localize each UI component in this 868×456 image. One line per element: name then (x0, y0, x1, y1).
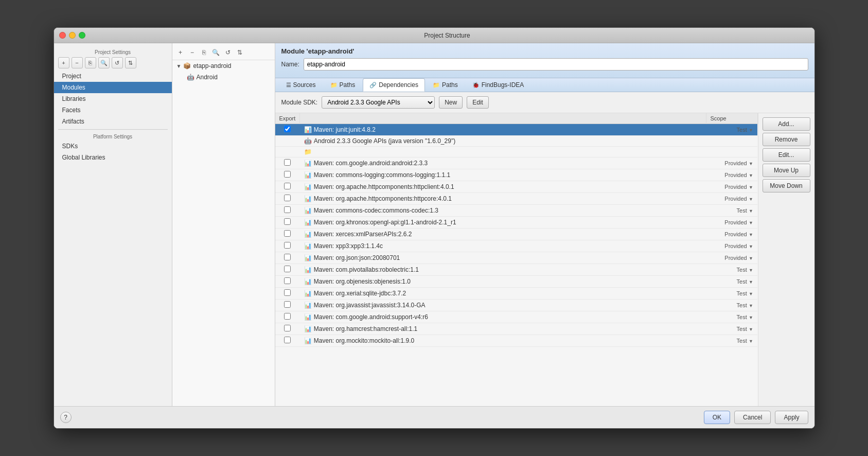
export-checkbox[interactable] (284, 218, 291, 225)
maximize-button[interactable] (79, 32, 85, 39)
remove-dependency-button[interactable]: Remove (763, 133, 810, 146)
dep-name-text: Maven: org.javassist:javassist:3.14.0-GA (314, 302, 426, 309)
tab-paths2-label: Paths (442, 81, 458, 89)
tree-child-android[interactable]: 🤖 Android (172, 72, 275, 83)
scope-dropdown-arrow[interactable]: ▼ (749, 339, 753, 344)
sync-icon[interactable]: ⇅ (125, 57, 136, 68)
export-checkbox[interactable] (284, 171, 291, 178)
scope-dropdown-arrow[interactable]: ▼ (749, 232, 753, 237)
scope-dropdown-arrow[interactable]: ▼ (749, 197, 753, 202)
table-row: 📊Maven: org.json:json:20080701 Provided … (275, 252, 758, 264)
scope-dropdown-arrow[interactable]: ▼ (749, 279, 753, 285)
tab-paths2[interactable]: 📁 Paths (426, 78, 465, 92)
sidebar-item-global-libraries[interactable]: Global Libraries (54, 152, 172, 163)
dep-name-cell: 📊Maven: org.mockito:mockito-all:1.9.0 (300, 335, 706, 347)
scope-dropdown-arrow[interactable]: ▼ (749, 128, 753, 133)
export-checkbox[interactable] (284, 254, 291, 260)
scope-dropdown-arrow[interactable]: ▼ (749, 220, 753, 225)
scope-dropdown-arrow[interactable]: ▼ (749, 327, 753, 332)
scope-dropdown-arrow[interactable]: ▼ (749, 185, 753, 190)
dep-name-cell: 📊Maven: com.google.android:support-v4:r6 (300, 311, 706, 323)
sidebar-item-facets[interactable]: Facets (54, 104, 172, 116)
apply-button[interactable]: Apply (775, 411, 808, 424)
sdk-new-button[interactable]: New (439, 96, 463, 109)
scope-badge: Provided (724, 231, 747, 237)
dep-name-text: Maven: com.pivotallabs:robolectric:1.1 (314, 266, 419, 273)
tree-search-btn[interactable]: 🔍 (211, 47, 221, 58)
scope-dropdown-arrow[interactable]: ▼ (749, 291, 753, 296)
tree-sync-btn[interactable]: ⇅ (235, 47, 245, 58)
th-scope: Scope (706, 113, 757, 124)
scope-badge: Test (737, 314, 747, 320)
scope-badge: Provided (724, 243, 747, 249)
sdk-select[interactable]: Android 2.3.3 Google APIs (322, 96, 435, 109)
sdk-row: Module SDK: Android 2.3.3 Google APIs Ne… (275, 92, 814, 113)
add-icon[interactable]: + (58, 57, 69, 68)
scope-dropdown-arrow[interactable]: ▼ (749, 208, 753, 214)
export-checkbox[interactable] (284, 183, 291, 189)
export-checkbox[interactable] (284, 325, 291, 331)
scope-cell: Provided ▼ (706, 252, 757, 264)
export-checkbox[interactable] (284, 195, 291, 201)
table-row: 📊Maven: com.pivotallabs:robolectric:1.1 … (275, 264, 758, 276)
tab-findbugs[interactable]: 🐞 FindBugs-IDEA (466, 78, 531, 92)
dep-name-text: Maven: junit:junit:4.8.2 (314, 126, 376, 133)
sidebar-item-sdks[interactable]: SDKs (54, 141, 172, 152)
copy-icon[interactable]: ⎘ (85, 57, 96, 68)
help-button[interactable]: ? (60, 412, 72, 423)
scope-dropdown-arrow[interactable]: ▼ (749, 244, 753, 249)
tree-copy-btn[interactable]: ⎘ (199, 47, 209, 58)
sdk-edit-button[interactable]: Edit (467, 96, 489, 109)
edit-dependency-button[interactable]: Edit... (763, 148, 810, 162)
export-cell (275, 169, 300, 181)
tree-refresh-btn[interactable]: ↺ (223, 47, 233, 58)
search-icon[interactable]: 🔍 (98, 57, 110, 68)
scope-dropdown-arrow[interactable]: ▼ (749, 268, 753, 273)
tree-toolbar: + − ⎘ 🔍 ↺ ⇅ (172, 45, 275, 60)
tab-paths[interactable]: 📁 Paths (324, 78, 362, 92)
export-cell (275, 323, 300, 335)
close-button[interactable] (59, 32, 66, 39)
sidebar-item-modules[interactable]: Modules (54, 82, 172, 93)
scope-cell: Provided ▼ (706, 229, 757, 240)
minimize-button[interactable] (69, 32, 76, 39)
remove-icon[interactable]: − (72, 57, 83, 68)
export-cell (275, 311, 300, 323)
export-checkbox[interactable] (284, 242, 291, 249)
export-checkbox[interactable] (284, 266, 291, 272)
name-input[interactable] (304, 58, 808, 71)
export-checkbox[interactable] (284, 301, 291, 308)
scope-dropdown-arrow[interactable]: ▼ (749, 161, 753, 166)
export-checkbox[interactable] (284, 206, 291, 213)
ok-button[interactable]: OK (704, 411, 730, 424)
tab-sources[interactable]: ☰ Sources (279, 78, 323, 92)
sidebar-item-libraries[interactable]: Libraries (54, 93, 172, 104)
export-checkbox[interactable] (284, 126, 291, 132)
dep-name-cell: 📁 (300, 147, 706, 157)
move-up-button[interactable]: Move Up (763, 164, 810, 177)
dep-name-cell: 📊Maven: org.xerial:sqlite-jdbc:3.7.2 (300, 288, 706, 300)
add-dependency-button[interactable]: Add... (763, 117, 810, 131)
tab-dependencies[interactable]: 🔗 Dependencies (363, 78, 425, 92)
export-checkbox[interactable] (284, 313, 291, 320)
scope-dropdown-arrow[interactable]: ▼ (749, 173, 753, 178)
export-checkbox[interactable] (284, 159, 291, 166)
move-down-button[interactable]: Move Down (763, 179, 810, 192)
sidebar-item-artifacts[interactable]: Artifacts (54, 116, 172, 127)
scope-badge: Provided (724, 219, 747, 225)
export-checkbox[interactable] (284, 277, 291, 284)
deps-container: Export Scope 📊Maven: junit:junit:4.8.2 T… (275, 113, 814, 406)
tree-add-btn[interactable]: + (175, 47, 186, 58)
cancel-button[interactable]: Cancel (734, 411, 771, 424)
scope-dropdown-arrow[interactable]: ▼ (749, 303, 753, 308)
export-checkbox[interactable] (284, 289, 291, 296)
tree-root-item[interactable]: ▼ 📦 etapp-android (172, 60, 275, 72)
export-checkbox[interactable] (284, 230, 291, 237)
tree-remove-btn[interactable]: − (187, 47, 198, 58)
refresh-icon[interactable]: ↺ (112, 57, 123, 68)
window-body: Project Settings + − ⎘ 🔍 ↺ ⇅ Project Mod… (54, 43, 814, 406)
scope-dropdown-arrow[interactable]: ▼ (749, 315, 753, 320)
export-checkbox[interactable] (284, 337, 291, 343)
sidebar-item-project[interactable]: Project (54, 71, 172, 82)
scope-dropdown-arrow[interactable]: ▼ (749, 256, 753, 261)
